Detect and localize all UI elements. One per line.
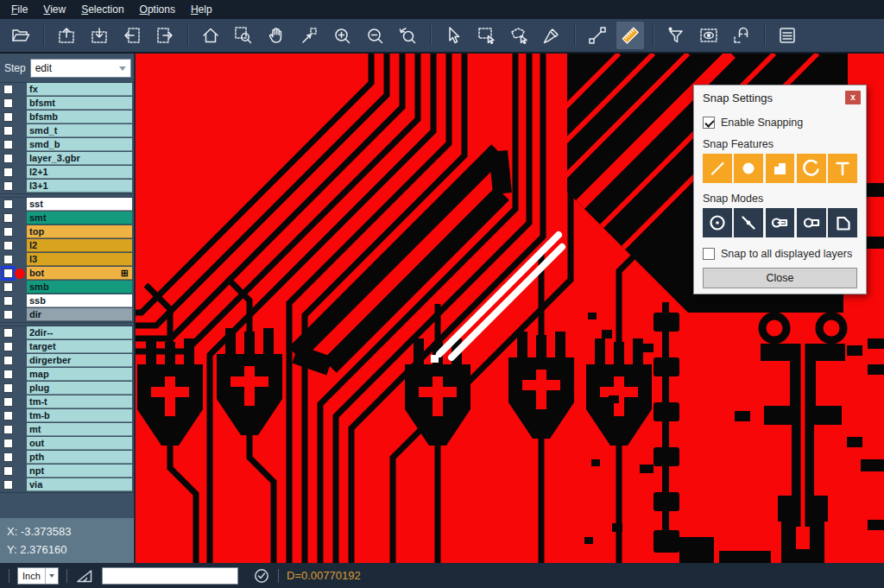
layer-name[interactable]: pth (27, 451, 132, 464)
open-folder-icon[interactable] (7, 22, 35, 49)
layer-visibility-checkbox[interactable] (3, 411, 13, 420)
layer-visibility-checkbox[interactable] (3, 452, 13, 462)
layer-visibility-checkbox[interactable] (3, 328, 13, 338)
snap-feature-arc-button[interactable] (797, 154, 826, 183)
layer-name[interactable]: 2dir-- (27, 326, 132, 339)
layer-visibility-checkbox[interactable] (3, 199, 13, 209)
import-top-icon[interactable] (53, 22, 80, 49)
show-hide-eye-icon[interactable] (695, 22, 723, 49)
zoom-in-icon[interactable] (328, 22, 356, 49)
layer-name[interactable]: dirgerber (27, 354, 132, 367)
layer-visibility-checkbox[interactable] (3, 85, 13, 94)
layer-visibility-checkbox[interactable] (3, 227, 13, 237)
home-icon[interactable] (197, 22, 224, 49)
layer-visibility-checkbox[interactable] (3, 269, 13, 278)
layer-name[interactable]: top (27, 225, 132, 238)
layer-name[interactable]: npt (27, 465, 132, 477)
layer-name[interactable]: target (27, 340, 132, 353)
layer-name[interactable]: smd_t (27, 124, 132, 137)
close-icon[interactable]: x (845, 91, 861, 104)
angle-measure-icon[interactable] (75, 566, 94, 585)
select-brush-icon[interactable] (538, 22, 565, 49)
zoom-out-icon[interactable] (361, 22, 388, 49)
layer-visibility-checkbox[interactable] (3, 425, 13, 434)
confirm-circle-icon[interactable] (253, 567, 270, 585)
layer-name[interactable]: bot⊞ (27, 267, 132, 280)
layer-visibility-checkbox[interactable] (3, 480, 13, 490)
unit-select[interactable]: Inch (17, 567, 59, 585)
layer-visibility-checkbox[interactable] (3, 112, 13, 122)
layer-visibility-checkbox[interactable] (3, 213, 13, 223)
layer-visibility-checkbox[interactable] (3, 397, 13, 407)
layer-name[interactable]: smd_b (27, 138, 132, 151)
dialog-title-bar[interactable]: Snap Settings x (703, 85, 857, 110)
layer-name[interactable]: l2 (27, 239, 132, 252)
layer-name[interactable]: out (27, 437, 132, 450)
layer-visibility-checkbox[interactable] (3, 383, 13, 393)
grid-icon[interactable]: ⊞ (121, 268, 129, 279)
snap-mode-on-line-button[interactable] (734, 208, 763, 237)
layer-name[interactable]: fx (27, 83, 132, 96)
layer-name[interactable]: via (27, 478, 132, 491)
menu-selection[interactable]: Selection (73, 1, 131, 18)
layer-name[interactable]: smt (27, 212, 132, 224)
select-polygon-icon[interactable] (505, 22, 533, 49)
zoom-window-icon[interactable] (230, 22, 257, 49)
menu-view[interactable]: View (35, 1, 73, 18)
move-vertex-icon[interactable] (295, 22, 323, 49)
layer-name[interactable]: layer_3.gbr (27, 152, 132, 165)
layer-visibility-checkbox[interactable] (3, 140, 13, 149)
layer-visibility-checkbox[interactable] (3, 466, 13, 476)
layer-name[interactable]: dir (27, 308, 132, 321)
snap-all-layers-checkbox[interactable] (703, 248, 715, 260)
close-button[interactable]: Close (703, 268, 857, 288)
snap-mode-pad-outline-button[interactable] (797, 208, 826, 237)
layer-visibility-checkbox[interactable] (3, 181, 13, 191)
shift-left-icon[interactable] (118, 22, 146, 49)
snap-feature-pad-button[interactable] (734, 154, 763, 183)
measure-distance-icon[interactable] (584, 22, 611, 49)
menu-file[interactable]: File (3, 1, 35, 18)
zoom-previous-icon[interactable] (394, 22, 421, 49)
layer-visibility-checkbox[interactable] (3, 98, 13, 108)
layer-name[interactable]: bfsmb (27, 111, 132, 123)
layer-name[interactable]: mt (27, 423, 132, 436)
layer-name[interactable]: l3+1 (27, 180, 132, 193)
snap-magnet-icon[interactable] (728, 22, 755, 49)
select-rectangle-icon[interactable] (472, 22, 500, 49)
enable-snapping-checkbox[interactable] (703, 117, 715, 129)
layer-visibility-checkbox[interactable] (3, 342, 13, 351)
pan-hand-icon[interactable] (262, 22, 290, 49)
layer-visibility-checkbox[interactable] (3, 296, 13, 306)
snap-feature-surface-button[interactable] (766, 154, 795, 183)
layer-name[interactable]: l3 (27, 253, 132, 266)
layer-name[interactable]: plug (27, 382, 132, 395)
snap-mode-center-button[interactable] (703, 208, 732, 237)
menu-options[interactable]: Options (132, 1, 183, 18)
layer-visibility-checkbox[interactable] (3, 126, 13, 136)
layer-visibility-checkbox[interactable] (3, 356, 13, 365)
shift-right-icon[interactable] (151, 22, 179, 49)
layer-name[interactable]: tm-t (27, 395, 132, 408)
layer-name[interactable]: tm-b (27, 409, 132, 422)
layer-name[interactable]: bfsmt (27, 97, 132, 110)
layer-name[interactable]: smb (27, 281, 132, 294)
layer-visibility-checkbox[interactable] (3, 370, 13, 379)
layer-name[interactable]: l2+1 (27, 166, 132, 179)
snap-mode-pad-slot-button[interactable] (766, 208, 795, 237)
report-icon[interactable] (774, 22, 801, 49)
layer-visibility-checkbox[interactable] (3, 439, 13, 448)
layer-visibility-checkbox[interactable] (3, 241, 13, 250)
layer-visibility-checkbox[interactable] (3, 168, 13, 177)
snap-feature-text-button[interactable] (828, 154, 857, 183)
menu-help[interactable]: Help (183, 1, 220, 18)
filter-icon[interactable] (662, 22, 690, 49)
ruler-icon[interactable] (616, 22, 644, 49)
snap-feature-line-button[interactable] (703, 154, 732, 183)
layer-name[interactable]: ssb (27, 294, 132, 307)
command-input[interactable] (102, 567, 238, 585)
snap-mode-polygon-corner-button[interactable] (828, 208, 857, 237)
select-pointer-icon[interactable] (439, 22, 467, 49)
layer-name[interactable]: sst (27, 198, 132, 211)
import-bottom-icon[interactable] (85, 22, 113, 49)
